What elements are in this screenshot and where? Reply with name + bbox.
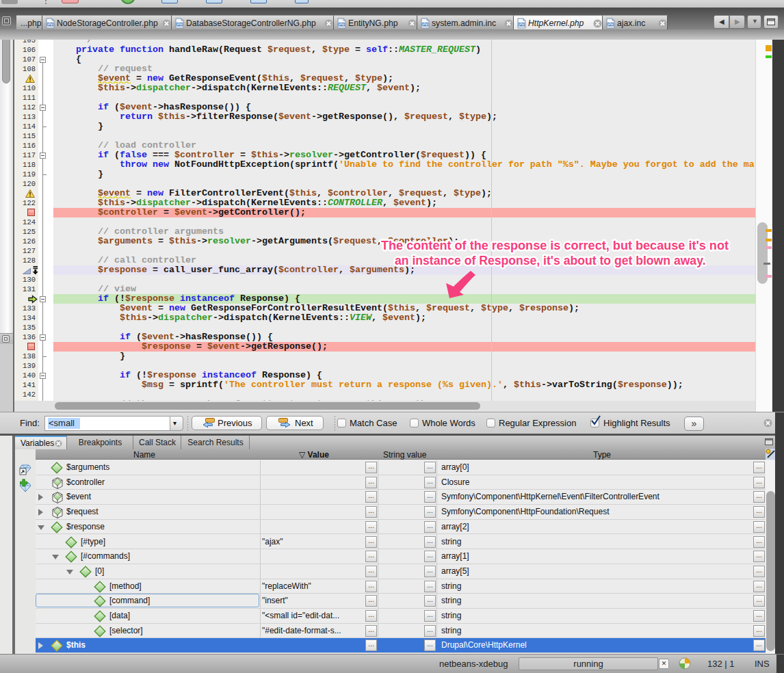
svg-text:php: php [519, 23, 525, 26]
svg-text:The content of the response is: The content of the response is correct, … [381, 239, 729, 252]
svg-text:php: php [47, 23, 53, 26]
svg-text:an instance of Response, it's: an instance of Response, it's about to g… [395, 254, 706, 267]
svg-text:php: php [177, 23, 183, 26]
svg-text:php: php [339, 23, 345, 26]
svg-text:php: php [607, 23, 614, 26]
svg-text:php: php [422, 23, 428, 26]
